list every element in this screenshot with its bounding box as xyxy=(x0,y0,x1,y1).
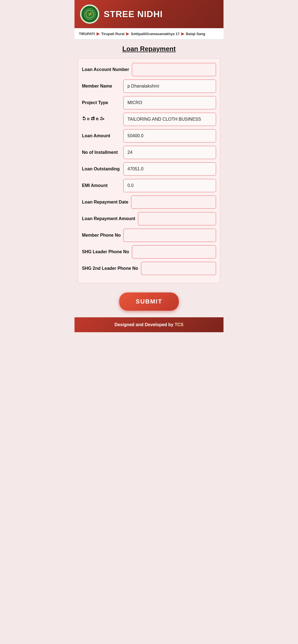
label-loan-repayment-date: Loan Repayment Date xyxy=(82,199,128,205)
input-emi-amount[interactable] xyxy=(123,179,216,192)
breadcrumb: TIRUPATI ▶ Tirupati Rural ▶ SettipalliGr… xyxy=(74,28,223,39)
logo-emblem: 🌾 xyxy=(81,6,98,22)
svg-text:🌾: 🌾 xyxy=(87,12,92,17)
footer-text: Designed and Developed by xyxy=(115,322,175,327)
label-prayojanam: ప్రయోజనం xyxy=(82,117,121,122)
page-title-container: Loan Repayment xyxy=(74,39,223,56)
label-loan-outstanding: Loan Outstanding xyxy=(82,166,121,172)
input-no-of-installment[interactable] xyxy=(123,146,216,159)
form-row-loan-outstanding: Loan Outstanding xyxy=(82,162,216,176)
form-row-prayojanam: ప్రయోజనం xyxy=(82,113,216,126)
app-title: STREE NIDHI xyxy=(104,9,163,19)
form-row-shg-2nd-leader-phone-no: SHG 2nd Leader Phone No xyxy=(82,262,216,275)
label-emi-amount: EMI Amount xyxy=(82,183,121,189)
label-no-of-installment: No of Installment xyxy=(82,150,121,155)
label-loan-repayment-amount: Loan Repayment Amount xyxy=(82,216,135,222)
input-loan-account-number[interactable] xyxy=(132,63,216,76)
loan-repayment-form: Loan Account NumberMember NameProject Ty… xyxy=(74,58,223,283)
form-row-no-of-installment: No of Installment xyxy=(82,146,216,159)
app-logo: 🌾 xyxy=(80,4,99,24)
footer-highlight: TCS xyxy=(175,322,183,327)
input-loan-repayment-date[interactable] xyxy=(131,196,216,209)
breadcrumb-sep-2: ▶ xyxy=(126,31,129,36)
breadcrumb-sep-3: ▶ xyxy=(181,31,184,36)
form-row-member-phone-no: Member Phone No xyxy=(82,229,216,242)
form-row-emi-amount: EMI Amount xyxy=(82,179,216,192)
form-row-shg-leader-phone-no: SHG Leader Phone No xyxy=(82,245,216,258)
label-loan-account-number: Loan Account Number xyxy=(82,67,129,73)
input-project-type[interactable] xyxy=(123,96,216,109)
input-loan-amount[interactable] xyxy=(123,129,216,142)
app-header: 🌾 STREE NIDHI xyxy=(74,0,223,28)
form-row-member-name: Member Name xyxy=(82,80,216,93)
form-row-project-type: Project Type xyxy=(82,96,216,109)
label-shg-leader-phone-no: SHG Leader Phone No xyxy=(82,249,129,255)
label-loan-amount: Loan Amount xyxy=(82,133,121,139)
form-row-loan-repayment-amount: Loan Repayment Amount xyxy=(82,212,216,225)
input-shg-2nd-leader-phone-no[interactable] xyxy=(141,262,216,275)
label-member-phone-no: Member Phone No xyxy=(82,233,121,238)
breadcrumb-item-3[interactable]: SettipalliGramasamakhya 17 xyxy=(131,32,179,36)
form-row-loan-account-number: Loan Account Number xyxy=(82,63,216,76)
breadcrumb-item-2[interactable]: Tirupati Rural xyxy=(101,32,124,36)
label-member-name: Member Name xyxy=(82,83,121,89)
label-project-type: Project Type xyxy=(82,100,121,106)
submit-button[interactable]: SUBMIT xyxy=(119,292,179,311)
input-loan-outstanding[interactable] xyxy=(123,162,216,176)
submit-container: SUBMIT xyxy=(74,286,223,317)
input-prayojanam[interactable] xyxy=(123,113,216,126)
footer: Designed and Developed by TCS xyxy=(74,317,223,332)
breadcrumb-sep-1: ▶ xyxy=(97,31,100,36)
input-shg-leader-phone-no[interactable] xyxy=(132,245,216,258)
page-title: Loan Repayment xyxy=(79,45,219,53)
breadcrumb-item-1[interactable]: TIRUPATI xyxy=(79,32,95,36)
breadcrumb-item-4[interactable]: Balaji Sang xyxy=(186,32,205,36)
form-container: Loan Account NumberMember NameProject Ty… xyxy=(78,58,220,283)
label-shg-2nd-leader-phone-no: SHG 2nd Leader Phone No xyxy=(82,266,138,271)
form-row-loan-amount: Loan Amount xyxy=(82,129,216,142)
input-member-name[interactable] xyxy=(123,80,216,93)
form-row-loan-repayment-date: Loan Repayment Date xyxy=(82,196,216,209)
input-member-phone-no[interactable] xyxy=(123,229,216,242)
input-loan-repayment-amount[interactable] xyxy=(138,212,216,225)
